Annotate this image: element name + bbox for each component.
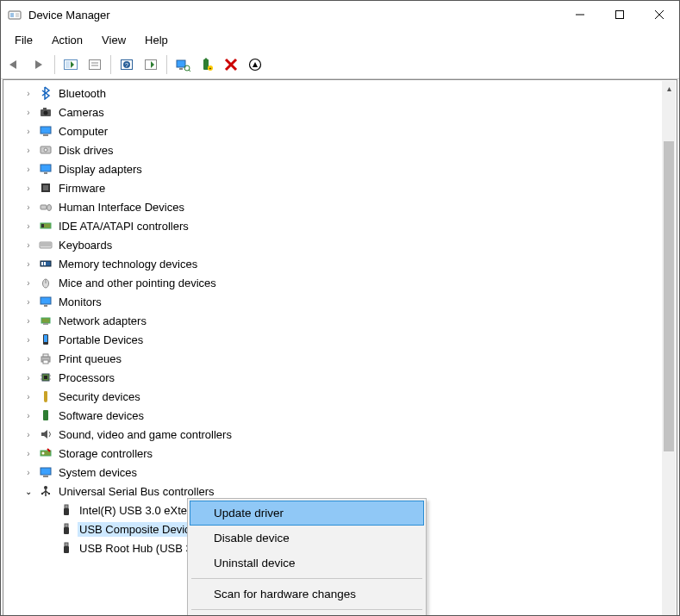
expander-icon[interactable]: › (22, 373, 34, 383)
svg-rect-2 (16, 13, 19, 17)
expander-icon[interactable]: › (22, 335, 34, 345)
tree-category[interactable]: ›IDE ATA/ATAPI controllers (5, 216, 662, 235)
tree-category-label: Monitors (57, 295, 103, 309)
scroll-down-icon[interactable]: ▾ (662, 610, 676, 616)
tree-category[interactable]: ›Print queues (5, 349, 662, 368)
svg-rect-52 (44, 262, 46, 265)
firmware-icon (38, 180, 53, 196)
svg-rect-34 (43, 108, 47, 109)
tree-category[interactable]: ›Memory technology devices (5, 254, 662, 273)
expander-icon[interactable]: › (22, 146, 34, 155)
scroll-up-icon[interactable]: ▴ (662, 81, 676, 95)
expander-icon[interactable]: › (22, 240, 34, 250)
expander-icon[interactable]: › (22, 297, 34, 307)
minimize-button[interactable] (560, 1, 600, 28)
expander-icon[interactable]: › (22, 278, 34, 288)
svg-rect-57 (41, 318, 50, 323)
scan-hardware-button[interactable] (172, 54, 193, 75)
tree-category[interactable]: ›Storage controllers (5, 444, 662, 463)
context-menu-scan-hardware[interactable]: Scan for hardware changes (190, 582, 424, 607)
context-menu-separator (191, 609, 422, 610)
properties-button[interactable] (84, 54, 105, 75)
tree-category[interactable]: ›Sound, video and game controllers (5, 425, 662, 444)
svg-point-83 (41, 493, 43, 495)
cpu-icon (38, 370, 53, 385)
vertical-scrollbar[interactable]: ▴ ▾ (662, 81, 676, 616)
portable-icon (38, 332, 53, 347)
svg-rect-87 (65, 524, 68, 527)
context-menu-disable-device[interactable]: Disable device (190, 526, 424, 551)
forward-button[interactable] (28, 54, 49, 75)
action-button[interactable] (140, 54, 161, 75)
tree-category-label: Human Interface Devices (57, 200, 186, 215)
expander-icon[interactable]: › (22, 354, 34, 364)
svg-rect-43 (41, 205, 47, 209)
tree-category[interactable]: ›Keyboards (5, 235, 662, 254)
app-icon (8, 8, 22, 22)
tree-category[interactable]: ›Firmware (5, 178, 662, 197)
expander-icon[interactable]: › (22, 165, 34, 174)
tree-category[interactable]: ›Processors (5, 368, 662, 387)
tree-category[interactable]: ›Human Interface Devices (5, 197, 662, 216)
svg-marker-8 (35, 60, 42, 69)
maximize-button[interactable] (600, 1, 639, 28)
menu-action[interactable]: Action (43, 30, 91, 50)
expander-icon[interactable]: › (22, 392, 34, 401)
expander-icon[interactable]: › (22, 89, 34, 98)
tree-category[interactable]: ›Portable Devices (5, 330, 662, 349)
hid-icon (38, 199, 53, 215)
tree-category[interactable]: ›Computer (5, 121, 662, 140)
menu-help[interactable]: Help (136, 30, 177, 50)
tree-category-label: Print queues (57, 352, 123, 366)
svg-rect-62 (43, 354, 48, 357)
expander-icon[interactable]: › (22, 259, 34, 269)
display-icon (38, 161, 53, 177)
scrollbar-thumb[interactable] (664, 141, 674, 451)
storage-icon (38, 445, 53, 461)
expander-icon[interactable]: › (22, 127, 34, 136)
expander-icon[interactable]: › (22, 202, 34, 212)
expander-icon[interactable]: ⌄ (22, 487, 34, 496)
disk-icon (38, 142, 53, 158)
ide-icon (38, 218, 53, 233)
title-bar: Device Manager (1, 1, 679, 28)
svg-marker-73 (41, 430, 47, 439)
disable-device-button[interactable] (245, 54, 265, 75)
tree-category[interactable]: ›Bluetooth (5, 84, 662, 103)
expander-icon[interactable]: › (22, 430, 34, 439)
tree-category[interactable]: ›Disk drives (5, 140, 662, 159)
svg-point-79 (44, 486, 47, 489)
svg-rect-21 (179, 68, 183, 70)
memory-icon (38, 256, 53, 271)
tree-category[interactable]: ›Cameras (5, 103, 662, 121)
tree-category[interactable]: ›Software devices (5, 406, 662, 425)
expander-icon[interactable]: › (22, 449, 34, 458)
expander-icon[interactable]: › (22, 184, 34, 193)
tree-category[interactable]: ›Network adapters (5, 311, 662, 330)
tree-category[interactable]: ›Monitors (5, 292, 662, 311)
menu-file[interactable]: File (6, 30, 41, 50)
help-button[interactable]: ? (116, 54, 137, 75)
context-menu-uninstall-device[interactable]: Uninstall device (190, 551, 424, 576)
context-menu-properties[interactable]: Properties (190, 613, 424, 616)
back-button[interactable] (4, 54, 25, 75)
tree-category[interactable]: ›Security devices (5, 387, 662, 406)
uninstall-device-button[interactable] (221, 54, 241, 75)
update-driver-button[interactable]: + (197, 54, 217, 75)
menu-view[interactable]: View (93, 30, 134, 50)
tree-category[interactable]: ›Display adapters (5, 159, 662, 178)
svg-rect-89 (65, 543, 68, 546)
close-button[interactable] (639, 1, 679, 28)
svg-rect-90 (64, 546, 69, 553)
tree-category[interactable]: ›System devices (5, 463, 662, 482)
expander-icon[interactable]: › (22, 411, 34, 420)
tree-category[interactable]: ›Mice and other pointing devices (5, 273, 662, 292)
expander-icon[interactable]: › (22, 221, 34, 231)
expander-icon[interactable]: › (22, 468, 34, 477)
expander-icon[interactable]: › (22, 316, 34, 326)
expander-icon[interactable]: › (22, 108, 34, 117)
keyboard-icon (38, 237, 53, 252)
show-hide-console-button[interactable] (60, 54, 81, 75)
svg-point-44 (47, 205, 52, 211)
context-menu-update-driver[interactable]: Update driver (190, 501, 424, 526)
